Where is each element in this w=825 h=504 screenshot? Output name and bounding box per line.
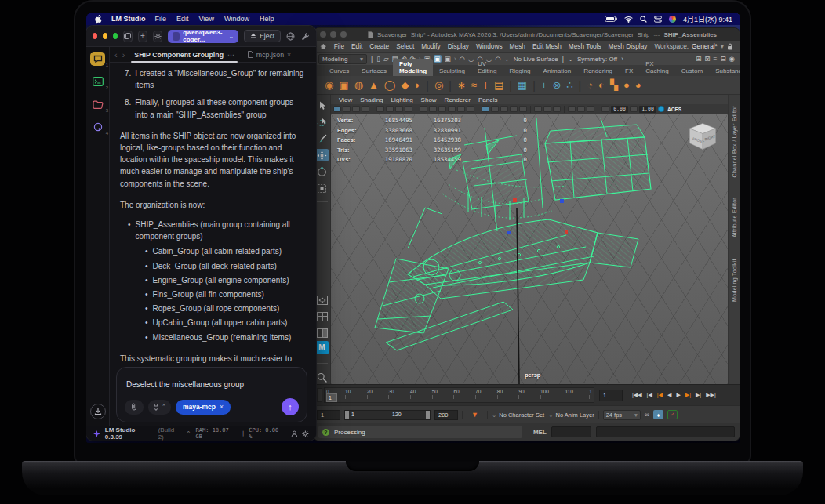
maya-menu-item[interactable]: Modify: [421, 42, 440, 50]
animation-start-field[interactable]: 1: [317, 410, 340, 420]
menubar-item[interactable]: Help: [260, 15, 274, 23]
tab-close-icon[interactable]: ×: [287, 51, 291, 59]
timeline-cache-button[interactable]: [317, 388, 322, 402]
viewport-icon[interactable]: [553, 106, 561, 112]
shelf-icon[interactable]: |: [426, 79, 429, 92]
chat-input-value[interactable]: Deselect the miscellaneous group: [126, 380, 244, 389]
settings-gear-icon[interactable]: [302, 430, 309, 437]
mel-input[interactable]: [551, 426, 592, 437]
xray-icon[interactable]: [519, 106, 527, 112]
shelf-tab[interactable]: FX Caching: [639, 59, 674, 76]
loop-icon[interactable]: ∞: [645, 411, 649, 419]
shelf-icon[interactable]: T: [482, 79, 489, 91]
user-icon[interactable]: [291, 430, 298, 437]
nav-back-icon[interactable]: ‹: [114, 50, 118, 60]
color-management-icon[interactable]: [658, 106, 664, 112]
ship-wireframe[interactable]: [331, 114, 728, 384]
nav-forward-icon[interactable]: ›: [122, 50, 125, 60]
statusline-icon[interactable]: ⌄: [504, 55, 510, 63]
statusline-icon[interactable]: ⊠: [704, 55, 710, 63]
tab-mcp-json[interactable]: mcp.json ×: [244, 51, 295, 59]
viewport-icon[interactable]: [376, 106, 384, 112]
panels-toggle-icon[interactable]: [123, 31, 133, 42]
maya-menu-item[interactable]: Select: [396, 42, 414, 50]
maya-menu-item[interactable]: File: [334, 42, 344, 50]
anim-layer-dropdown[interactable]: ⌄No Anim Layer: [548, 412, 594, 419]
menu-set-dropdown[interactable]: Modeling ▾: [318, 54, 367, 64]
maya-menu-item[interactable]: Mesh Display: [609, 42, 648, 50]
shelf-icon[interactable]: ▣: [339, 79, 348, 91]
statusline-icon[interactable]: ⊞: [696, 55, 701, 63]
shelf-icon[interactable]: +: [541, 79, 547, 91]
exposure-field[interactable]: 0.00: [611, 106, 628, 113]
wireframe-icon[interactable]: [429, 106, 437, 112]
shelf-icon[interactable]: ◎: [434, 79, 443, 91]
isolate-select-icon[interactable]: [534, 106, 542, 112]
app-version[interactable]: LM Studio 0.3.39: [105, 426, 154, 441]
viewport-icon[interactable]: [587, 106, 594, 112]
statusline-icon[interactable]: ▱: [383, 55, 389, 63]
menubar-item[interactable]: File: [155, 15, 167, 23]
viewport-canvas[interactable]: Verts:16854495163752030 Edges:3380366832…: [331, 114, 728, 384]
eject-model-button[interactable]: Eject: [244, 30, 281, 42]
statusline-icon[interactable]: ▣: [434, 55, 442, 63]
shelf-icon[interactable]: ◕: [635, 79, 641, 91]
bookmark-icon[interactable]: ▼: [471, 411, 478, 419]
playback-button[interactable]: |◀: [657, 392, 663, 398]
shelf-icon[interactable]: ◆: [401, 79, 409, 91]
maya-menu-item[interactable]: Create: [369, 42, 389, 50]
sidebar-developer-button[interactable]: 2: [90, 74, 105, 89]
maya-menu-item[interactable]: Edit Mesh: [532, 42, 562, 50]
expand-icon[interactable]: ›: [621, 55, 623, 63]
layout-two-pane-icon[interactable]: [315, 327, 329, 339]
viewport-icon[interactable]: [343, 106, 351, 112]
zoom-button[interactable]: [113, 33, 118, 39]
paint-select-tool-icon[interactable]: [315, 132, 329, 145]
viewport-menu-item[interactable]: View: [339, 96, 352, 103]
statusline-icon[interactable]: ≡: [713, 55, 717, 63]
shelf-tab[interactable]: Rendering: [577, 66, 619, 76]
workspace-dropdown-icon[interactable]: ▾: [721, 42, 724, 50]
range-start-handle[interactable]: [345, 411, 349, 419]
settings-gear-icon[interactable]: [153, 31, 162, 42]
control-center-icon[interactable]: [654, 16, 662, 23]
viewport-icon[interactable]: [568, 106, 576, 112]
shelf-tab[interactable]: Surfaces: [355, 66, 393, 76]
minimize-button[interactable]: [103, 33, 107, 39]
downloads-button[interactable]: [90, 404, 106, 419]
viewport-icon[interactable]: [395, 106, 403, 112]
maya-menu-item[interactable]: Windows: [476, 42, 503, 50]
viewport-menu-item[interactable]: Renderer: [445, 96, 471, 103]
auto-keyframe-toggle[interactable]: ♦: [653, 410, 663, 419]
statusline-icon[interactable]: ⊟: [720, 55, 725, 63]
menubar-app-name[interactable]: LM Studio: [111, 15, 146, 23]
lasso-tool-icon[interactable]: [315, 116, 329, 129]
menubar-clock[interactable]: 4月1日(水) 9:41: [683, 14, 732, 24]
viewport-icon[interactable]: [386, 106, 394, 112]
mel-label[interactable]: MEL: [533, 429, 547, 436]
zoom-tool-icon[interactable]: [315, 371, 329, 383]
current-frame-marker[interactable]: 1: [326, 393, 337, 402]
statusline-icon[interactable]: ▣: [445, 55, 451, 63]
anim-prefs-button[interactable]: ✓: [667, 410, 678, 419]
wireframe-on-shaded-icon[interactable]: [482, 106, 489, 112]
move-tool-icon[interactable]: [315, 149, 329, 161]
send-button[interactable]: ↑: [282, 398, 299, 415]
scale-tool-icon[interactable]: [315, 182, 329, 194]
animation-end-field[interactable]: 200: [434, 410, 458, 420]
command-feedback-field[interactable]: [596, 426, 735, 437]
playback-button[interactable]: |◀◀: [632, 392, 642, 398]
sidebar-my-models-button[interactable]: 3: [90, 97, 105, 111]
shaded-icon[interactable]: [438, 106, 446, 112]
apple-menu-icon[interactable]: [94, 14, 102, 24]
menubar-item[interactable]: Edit: [176, 15, 189, 23]
chat-transcript[interactable]: 7.I created a "Miscellaneous_Group" for …: [110, 63, 316, 367]
shelf-icon[interactable]: ●: [623, 79, 630, 91]
layout-single-pane-icon[interactable]: [315, 294, 329, 306]
spotlight-search-icon[interactable]: [640, 16, 647, 23]
editor-sidebar-tab[interactable]: Attribute Editor: [732, 198, 737, 237]
maya-minimize-button[interactable]: [330, 31, 336, 38]
playback-button[interactable]: ▶|: [696, 392, 701, 398]
mcp-remove-icon[interactable]: ×: [220, 403, 224, 411]
wifi-icon[interactable]: [624, 16, 633, 23]
